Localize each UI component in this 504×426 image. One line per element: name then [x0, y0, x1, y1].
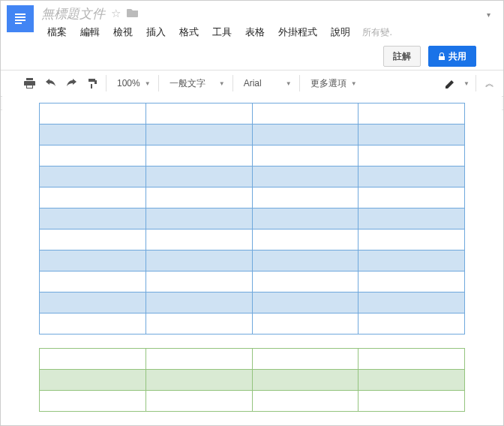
table-cell[interactable]: [358, 250, 465, 272]
table-cell[interactable]: [358, 166, 465, 188]
table-cell[interactable]: [358, 188, 465, 208]
editing-mode-icon[interactable]: [440, 73, 460, 94]
table-cell[interactable]: [252, 314, 358, 334]
table-cell[interactable]: [252, 250, 358, 272]
table-cell[interactable]: [252, 292, 358, 314]
menu-view[interactable]: 檢視: [107, 23, 139, 41]
table-cell[interactable]: [252, 124, 358, 146]
table-cell[interactable]: [146, 370, 252, 391]
share-button[interactable]: 共用: [428, 46, 476, 67]
table-row[interactable]: [40, 391, 465, 412]
table-cell[interactable]: [252, 230, 358, 250]
star-icon[interactable]: ☆: [111, 7, 121, 20]
table-cell[interactable]: [358, 230, 465, 250]
table-cell[interactable]: [40, 146, 146, 166]
table-cell[interactable]: [146, 272, 252, 292]
redo-icon[interactable]: [61, 73, 82, 94]
table-cell[interactable]: [358, 292, 465, 314]
table-row[interactable]: [40, 146, 465, 166]
table-cell[interactable]: [252, 208, 358, 230]
table-row[interactable]: [40, 314, 465, 334]
table-cell[interactable]: [358, 314, 465, 334]
table-row[interactable]: [40, 124, 465, 146]
table-cell[interactable]: [146, 292, 252, 314]
table-cell[interactable]: [40, 391, 146, 412]
table-row[interactable]: [40, 349, 465, 370]
table-cell[interactable]: [358, 391, 465, 412]
header-chevron-icon[interactable]: ▾: [479, 5, 497, 23]
print-icon[interactable]: [19, 73, 40, 94]
table-cell[interactable]: [146, 166, 252, 188]
table-row[interactable]: [40, 104, 465, 124]
menu-addons[interactable]: 外掛程式: [272, 23, 323, 41]
table-row[interactable]: [40, 166, 465, 188]
folder-icon[interactable]: [127, 8, 139, 20]
paragraph-style-selector[interactable]: 一般文字▼: [162, 73, 230, 94]
table-cell[interactable]: [252, 272, 358, 292]
table-cell[interactable]: [146, 391, 252, 412]
table-cell[interactable]: [358, 124, 465, 146]
table-cell[interactable]: [146, 146, 252, 166]
green-striped-table[interactable]: [39, 348, 465, 412]
table-row[interactable]: [40, 250, 465, 272]
table-cell[interactable]: [358, 104, 465, 124]
table-cell[interactable]: [252, 370, 358, 391]
table-cell[interactable]: [146, 124, 252, 146]
table-cell[interactable]: [40, 188, 146, 208]
table-row[interactable]: [40, 272, 465, 292]
table-cell[interactable]: [358, 349, 465, 370]
table-cell[interactable]: [146, 250, 252, 272]
table-cell[interactable]: [146, 314, 252, 334]
menu-table[interactable]: 表格: [239, 23, 271, 41]
table-cell[interactable]: [40, 292, 146, 314]
table-row[interactable]: [40, 230, 465, 250]
paint-format-icon[interactable]: [82, 73, 103, 94]
menu-help[interactable]: 說明: [325, 23, 356, 41]
menu-file[interactable]: 檔案: [41, 23, 73, 41]
docs-logo[interactable]: [7, 5, 34, 32]
table-cell[interactable]: [40, 349, 146, 370]
table-cell[interactable]: [146, 230, 252, 250]
table-cell[interactable]: [252, 349, 358, 370]
table-cell[interactable]: [146, 208, 252, 230]
table-cell[interactable]: [358, 272, 465, 292]
table-cell[interactable]: [252, 391, 358, 412]
table-cell[interactable]: [146, 188, 252, 208]
table-row[interactable]: [40, 188, 465, 208]
table-cell[interactable]: [40, 250, 146, 272]
table-cell[interactable]: [40, 208, 146, 230]
table-cell[interactable]: [358, 208, 465, 230]
more-options-selector[interactable]: 更多選項▼: [303, 73, 362, 94]
table-cell[interactable]: [358, 146, 465, 166]
undo-icon[interactable]: [40, 73, 61, 94]
table-cell[interactable]: [40, 314, 146, 334]
table-cell[interactable]: [40, 104, 146, 124]
table-cell[interactable]: [40, 370, 146, 391]
table-cell[interactable]: [40, 230, 146, 250]
table-cell[interactable]: [40, 124, 146, 146]
collapse-toolbar-icon[interactable]: ︽: [479, 73, 500, 94]
table-cell[interactable]: [146, 349, 252, 370]
menu-tools[interactable]: 工具: [206, 23, 238, 41]
table-cell[interactable]: [40, 166, 146, 188]
menu-insert[interactable]: 插入: [140, 23, 172, 41]
table-row[interactable]: [40, 292, 465, 314]
table-cell[interactable]: [252, 146, 358, 166]
document-page: [20, 92, 484, 424]
document-title[interactable]: 無標題文件: [41, 5, 105, 22]
table-cell[interactable]: [146, 104, 252, 124]
table-row[interactable]: [40, 370, 465, 391]
blue-striped-table[interactable]: [39, 103, 465, 334]
table-cell[interactable]: [252, 188, 358, 208]
zoom-selector[interactable]: 100%▼: [110, 73, 155, 94]
menu-edit[interactable]: 編輯: [74, 23, 106, 41]
font-selector[interactable]: Arial▼: [236, 73, 296, 94]
table-row[interactable]: [40, 208, 465, 230]
table-cell[interactable]: [252, 166, 358, 188]
table-cell[interactable]: [358, 370, 465, 391]
table-cell[interactable]: [252, 104, 358, 124]
table-cell[interactable]: [40, 272, 146, 292]
menu-format[interactable]: 格式: [173, 23, 205, 41]
document-canvas[interactable]: [2, 92, 502, 424]
comments-button[interactable]: 註解: [383, 46, 421, 67]
